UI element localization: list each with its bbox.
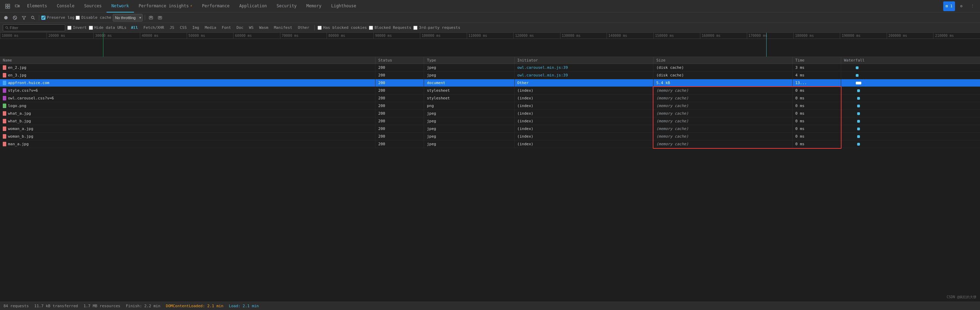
timeline-tick: 210000 ms	[933, 33, 980, 39]
table-row[interactable]: what_a.jpg200jpeg(index)(memory cache)0 …	[0, 110, 980, 117]
cell-size: (disk cache)	[654, 72, 792, 79]
th-initiator[interactable]: Initiator	[514, 57, 654, 64]
tab-console[interactable]: Console	[52, 0, 80, 13]
timeline-tick: 200000 ms	[887, 33, 933, 39]
filter-chip-css[interactable]: CSS	[177, 25, 189, 30]
cell-status: 200	[375, 72, 424, 79]
blocked-requests-checkbox[interactable]: Blocked Requests	[369, 26, 411, 30]
cell-name: logo.png	[0, 102, 375, 110]
cell-time: 0 ms	[792, 87, 841, 94]
cell-time: 0 ms	[792, 125, 841, 133]
third-party-checkbox[interactable]: 3rd-party requests	[413, 26, 460, 30]
settings-icon[interactable]: ⚙	[956, 2, 966, 11]
timeline-tick: 50000 ms	[187, 33, 233, 39]
tab-performance[interactable]: Performance	[197, 0, 234, 13]
timeline-blue-line	[766, 33, 767, 57]
invert-checkbox[interactable]: Invert	[67, 26, 87, 30]
throttle-select[interactable]: No throttling Fast 3G Slow 3G	[113, 14, 143, 22]
cell-waterfall	[841, 141, 980, 148]
cell-initiator: (index)	[514, 110, 654, 117]
table-row[interactable]: owl.carousel.css?v=6200stylesheet(index)…	[0, 94, 980, 102]
table-row[interactable]: en_3.jpg200jpegowl.carousel.min.js:39(di…	[0, 72, 980, 79]
table-row[interactable]: man_a.jpg200jpeg(index)(memory cache)0 m…	[0, 141, 980, 148]
filter-chip-font[interactable]: Font	[219, 25, 234, 30]
css-file-icon	[3, 96, 6, 101]
filter-chip-img[interactable]: Img	[190, 25, 202, 30]
filter-input-wrap[interactable]	[3, 24, 65, 31]
cell-name: man_a.jpg	[0, 141, 375, 148]
filter-chip-other[interactable]: Other	[295, 25, 312, 30]
filter-chip-manifest[interactable]: Manifest	[271, 25, 294, 30]
cell-status: 200	[375, 141, 424, 148]
th-status[interactable]: Status	[375, 57, 424, 64]
filter-row: Invert Hide data URLs AllFetch/XHRJSCSSI…	[0, 23, 980, 33]
disable-cache-checkbox[interactable]: Disable cache	[76, 15, 111, 20]
table-row[interactable]: what_b.jpg200jpeg(index)(memory cache)0 …	[0, 117, 980, 125]
cell-time: 4 ms	[792, 72, 841, 79]
th-type[interactable]: Type	[424, 57, 514, 64]
filter-chip-all[interactable]: All	[129, 25, 140, 30]
th-time[interactable]: Time	[792, 57, 841, 64]
timeline-tick: 70000 ms	[280, 33, 326, 39]
table-row[interactable]: woman_a.jpg200jpeg(index)(memory cache)0…	[0, 125, 980, 133]
cell-initiator: (index)	[514, 125, 654, 133]
cell-name: appfront.huice.com	[0, 79, 375, 87]
clear-btn[interactable]	[11, 14, 19, 22]
tab-elements[interactable]: Elements	[22, 0, 52, 13]
table-scroll-area[interactable]: Name Status Type Initiator Size Time Wat…	[0, 57, 980, 302]
filter-chip-media[interactable]: Media	[202, 25, 219, 30]
open-tab-btn[interactable]: ⊞ 1	[943, 2, 955, 11]
table-row[interactable]: style.css?v=6200stylesheet(index)(memory…	[0, 87, 980, 94]
table-row[interactable]: appfront.huice.com200documentOther5.4 kB…	[0, 79, 980, 87]
svg-line-17	[8, 28, 9, 29]
cell-size: (memory cache)	[654, 133, 792, 141]
jpg-file-icon	[3, 126, 6, 131]
hide-data-urls-checkbox[interactable]: Hide data URLs	[89, 26, 127, 30]
filter-chip-js[interactable]: JS	[167, 25, 177, 30]
tab-sources[interactable]: Sources	[79, 0, 107, 13]
table-row[interactable]: logo.png200png(index)(memory cache)0 ms	[0, 102, 980, 110]
search-icon[interactable]	[29, 14, 37, 22]
device-toggle-icon[interactable]	[13, 2, 22, 11]
th-size[interactable]: Size	[654, 57, 792, 64]
more-options-icon[interactable]: ⋮	[967, 2, 977, 11]
tab-memory[interactable]: Memory	[302, 0, 326, 13]
cell-status: 200	[375, 110, 424, 117]
inspect-icon[interactable]	[3, 2, 13, 11]
tab-security[interactable]: Security	[272, 0, 302, 13]
cell-size: (memory cache)	[654, 110, 792, 117]
png-file-icon	[3, 104, 6, 108]
filter-chip-fetch-xhr[interactable]: Fetch/XHR	[141, 25, 167, 30]
svg-point-6	[4, 16, 8, 19]
cell-status: 200	[375, 94, 424, 102]
tab-network[interactable]: Network	[107, 0, 134, 13]
timeline-tick: 130000 ms	[560, 33, 606, 39]
th-waterfall[interactable]: Waterfall	[841, 57, 980, 64]
timeline-area[interactable]: 10000 ms20000 ms30000 ms40000 ms50000 ms…	[0, 33, 980, 57]
has-blocked-cookies-checkbox[interactable]: Has blocked cookies	[318, 26, 367, 30]
cell-status: 200	[375, 125, 424, 133]
tab-lighthouse[interactable]: Lighthouse	[326, 0, 361, 13]
timeline-tick: 30000 ms	[93, 33, 140, 39]
tab-performance-insights[interactable]: Performance insights ⚡	[134, 0, 197, 13]
cell-waterfall	[841, 79, 980, 87]
table-row[interactable]: woman_b.jpg200jpeg(index)(memory cache)0…	[0, 133, 980, 141]
filter-chip-wasm[interactable]: Wasm	[257, 25, 271, 30]
cell-initiator: (index)	[514, 102, 654, 110]
timeline-tick: 150000 ms	[654, 33, 700, 39]
filter-input[interactable]	[10, 26, 63, 30]
cell-waterfall	[841, 110, 980, 117]
record-btn[interactable]	[2, 14, 10, 22]
cell-size: (memory cache)	[654, 117, 792, 125]
th-name[interactable]: Name	[0, 57, 375, 64]
table-row[interactable]: en_2.jpg200jpegowl.carousel.min.js:39(di…	[0, 64, 980, 72]
import-har-icon[interactable]	[147, 14, 155, 22]
tab-application[interactable]: Application	[235, 0, 272, 13]
cell-type: document	[424, 79, 514, 87]
export-har-icon[interactable]	[156, 14, 164, 22]
cell-initiator: (index)	[514, 87, 654, 94]
filter-chip-doc[interactable]: Doc	[234, 25, 246, 30]
filter-icon[interactable]	[20, 14, 28, 22]
preserve-log-checkbox[interactable]: Preserve log	[41, 15, 74, 20]
filter-chip-ws[interactable]: WS	[247, 25, 256, 30]
